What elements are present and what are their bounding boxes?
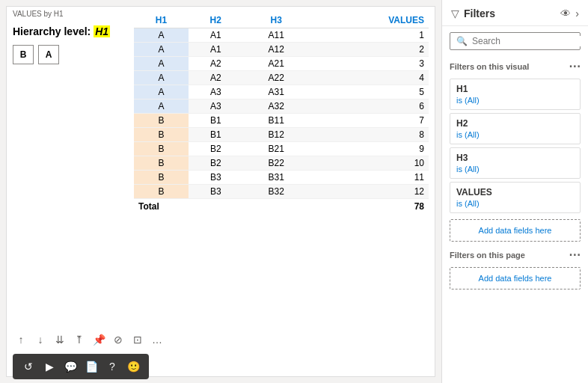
filter-card-value: is (All) (456, 199, 574, 208)
bottom-toolbar: ↑ ↓ ⇊ ⤒ 📌 ⊘ ⊡ … ↺ ▶ 💬 📄 ? 🙂 (7, 334, 435, 376)
chat-icon[interactable]: 💬 (61, 357, 80, 376)
cell-h3: A22 (243, 71, 310, 85)
doc-icon[interactable]: 📄 (82, 357, 101, 376)
filters-header: ▽ Filters 👁 › (442, 0, 588, 26)
table: H1 H2 H3 VALUES A A1 A11 1 A A1 A12 2 A … (134, 13, 429, 214)
nav-down-icon[interactable]: ↓ (32, 331, 49, 348)
cell-h3: B22 (243, 156, 310, 171)
cell-h2: B3 (189, 171, 243, 185)
cell-h1: B (134, 142, 189, 156)
cell-h1: B (134, 156, 189, 171)
cell-h3: B32 (243, 185, 310, 199)
filters-title: Filters (464, 7, 556, 19)
filter-cards: H1 is (All) H2 is (All) H3 is (All) VALU… (442, 76, 588, 216)
cell-values: 11 (310, 171, 429, 185)
btn-b[interactable]: B (13, 45, 34, 64)
table-row: A A1 A12 2 (134, 43, 429, 57)
cell-h3: B11 (243, 114, 310, 128)
chevron-right-icon[interactable]: › (575, 7, 579, 19)
hierarchy-value: H1 (94, 25, 110, 37)
cell-values: 2 (310, 43, 429, 57)
table-row: B B3 B31 11 (134, 171, 429, 185)
nav-up-icon[interactable]: ↑ (13, 331, 29, 348)
filters-on-page-label: Filters on this page (450, 251, 525, 260)
filter-card-title: H1 (456, 84, 574, 94)
filters-panel: ▽ Filters 👁 › 🔍 Filters on this visual ⋯… (441, 0, 588, 383)
cell-h1: B (134, 171, 189, 185)
add-page-fields-btn[interactable]: Add data fields here (450, 267, 581, 289)
toolbar-bottom: ↑ ↓ ⇊ ⤒ 📌 ⊘ ⊡ … ↺ ▶ 💬 📄 ? 🙂 (13, 331, 165, 379)
filter-card[interactable]: H3 is (All) (450, 147, 581, 179)
cell-h2: A1 (189, 43, 243, 57)
table-row: A A3 A32 6 (134, 99, 429, 114)
table-row: A A2 A21 3 (134, 57, 429, 71)
table-row: B B1 B12 8 (134, 128, 429, 142)
more-icon[interactable]: … (149, 331, 165, 348)
cell-h3: B31 (243, 171, 310, 185)
expand-icon[interactable]: ⊡ (129, 331, 146, 348)
table-row: B B1 B11 7 (134, 114, 429, 128)
cell-values: 10 (310, 156, 429, 171)
table-row: B B3 B32 12 (134, 185, 429, 199)
cell-h3: A11 (243, 28, 310, 43)
table-body: A A1 A11 1 A A1 A12 2 A A2 A21 3 A A2 A2… (134, 28, 429, 199)
add-visual-fields-btn[interactable]: Add data fields here (450, 219, 581, 242)
filter-card-value: is (All) (456, 96, 574, 105)
filter-card-title: H3 (456, 153, 574, 163)
cell-h1: A (134, 99, 189, 114)
cell-h1: A (134, 28, 189, 43)
table-row: A A1 A11 1 (134, 28, 429, 43)
cell-h2: A2 (189, 71, 243, 85)
filter-card[interactable]: H1 is (All) (450, 79, 581, 110)
total-row: Total 78 (134, 199, 429, 215)
nav-drill-down-icon[interactable]: ⇊ (52, 331, 68, 348)
pin-icon[interactable]: 📌 (91, 331, 107, 348)
cell-h2: B3 (189, 185, 243, 199)
table-row: A A3 A31 5 (134, 85, 429, 99)
cell-h2: A3 (189, 99, 243, 114)
filter-card[interactable]: VALUES is (All) (450, 182, 581, 213)
data-table: H1 H2 H3 VALUES A A1 A11 1 A A1 A12 2 A … (134, 13, 429, 331)
cell-values: 7 (310, 114, 429, 128)
filter-icon[interactable]: ⊘ (110, 331, 126, 348)
nav-icons-bar: ↑ ↓ ⇊ ⤒ 📌 ⊘ ⊡ … (13, 331, 165, 348)
col-h1: H1 (134, 13, 189, 28)
filter-card[interactable]: H2 is (All) (450, 113, 581, 144)
cell-h2: A1 (189, 28, 243, 43)
filter-card-value: is (All) (456, 165, 574, 174)
cell-h3: A32 (243, 99, 310, 114)
cell-h3: A31 (243, 85, 310, 99)
cell-values: 4 (310, 71, 429, 85)
filters-on-visual-label: Filters on this visual (450, 62, 529, 71)
cell-h1: B (134, 128, 189, 142)
cell-h3: B12 (243, 128, 310, 142)
cell-values: 6 (310, 99, 429, 114)
cell-h2: B2 (189, 156, 243, 171)
total-value: 78 (310, 199, 429, 215)
help-icon[interactable]: ? (102, 357, 122, 376)
cell-h2: B2 (189, 142, 243, 156)
filter-card-title: H2 (456, 118, 574, 129)
search-input[interactable] (472, 36, 584, 46)
eye-icon[interactable]: 👁 (560, 7, 571, 19)
cell-h1: A (134, 85, 189, 99)
cell-h3: B21 (243, 142, 310, 156)
cell-values: 1 (310, 28, 429, 43)
nav-drill-up-icon[interactable]: ⤒ (71, 331, 88, 348)
btn-a[interactable]: A (38, 45, 59, 64)
refresh-icon[interactable]: ↺ (19, 357, 38, 376)
emoji-icon[interactable]: 🙂 (123, 357, 143, 376)
filters-on-visual-section: Filters on this visual ⋯ (442, 56, 588, 76)
filters-on-page-more-icon[interactable]: ⋯ (569, 249, 581, 261)
cell-values: 5 (310, 85, 429, 99)
search-box[interactable]: 🔍 (450, 32, 581, 50)
filters-on-page-section: Filters on this page ⋯ (442, 245, 588, 264)
cell-h1: A (134, 71, 189, 85)
cell-values: 9 (310, 142, 429, 156)
cell-h2: A2 (189, 57, 243, 71)
play-icon[interactable]: ▶ (40, 357, 59, 376)
filters-on-visual-more-icon[interactable]: ⋯ (569, 61, 581, 73)
cell-values: 8 (310, 128, 429, 142)
cell-values: 12 (310, 185, 429, 199)
filter-card-value: is (All) (456, 130, 574, 139)
